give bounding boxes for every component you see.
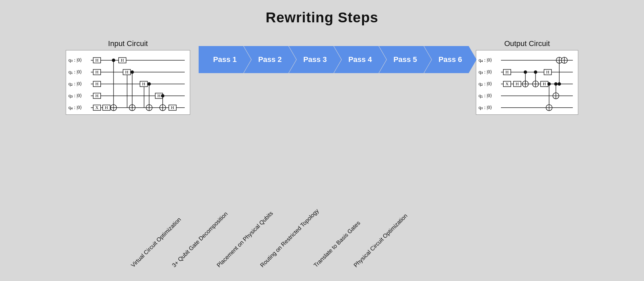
pass-arrow-4: Pass 4 xyxy=(334,46,386,73)
svg-text:q₁ : |0⟩: q₁ : |0⟩ xyxy=(479,93,492,98)
svg-text:H: H xyxy=(157,93,160,98)
svg-text:H: H xyxy=(171,105,174,110)
pass-label-6: Physical Circuit Optimization xyxy=(353,213,409,269)
svg-text:H: H xyxy=(95,69,98,74)
svg-point-94 xyxy=(558,82,561,86)
output-circuit-diagram: q₄ : |0⟩ q₃ : |0⟩ q₂ : |0⟩ q₁ : |0⟩ q₀ :… xyxy=(476,50,578,115)
svg-text:q₃ : |0⟩: q₃ : |0⟩ xyxy=(68,93,82,98)
main-title: Rewriting Steps xyxy=(0,0,644,26)
svg-text:q₁ : |0⟩: q₁ : |0⟩ xyxy=(68,69,82,74)
svg-text:q₀ : |0⟩: q₀ : |0⟩ xyxy=(479,105,492,110)
pass-arrow-3: Pass 3 xyxy=(289,46,341,73)
svg-text:H: H xyxy=(505,69,508,74)
svg-text:H: H xyxy=(543,81,546,86)
pass-label-4-wrap: Routing on Restricted Topology xyxy=(267,261,320,271)
svg-text:H: H xyxy=(516,81,519,86)
pass-label-6-wrap: Physical Circuit Optimization xyxy=(358,261,410,271)
svg-text:q₃ : |0⟩: q₃ : |0⟩ xyxy=(479,69,492,74)
svg-text:H: H xyxy=(95,58,98,63)
svg-text:H: H xyxy=(105,105,108,110)
pass-arrow-5: Pass 5 xyxy=(379,46,431,73)
input-circuit-diagram: q₀ : |0⟩ q₁ : |0⟩ q₂ : |0⟩ q₃ : |0⟩ q₄ :… xyxy=(66,50,190,115)
input-circuit-section: Input Circuit q₀ : |0⟩ q₁ : |0⟩ q₂ : |0⟩… xyxy=(66,39,190,115)
output-circuit-label: Output Circuit xyxy=(476,39,578,48)
svg-point-37 xyxy=(130,70,134,74)
svg-text:H: H xyxy=(121,58,124,63)
svg-text:q₄ : |0⟩: q₄ : |0⟩ xyxy=(479,58,492,63)
svg-text:q₂ : |0⟩: q₂ : |0⟩ xyxy=(479,81,492,86)
svg-text:H: H xyxy=(95,93,98,98)
pass-arrow-2: Pass 2 xyxy=(244,46,296,73)
svg-text:X: X xyxy=(505,81,509,86)
pass-arrow-1: Pass 1 xyxy=(199,46,251,73)
svg-text:q₄ : |0⟩: q₄ : |0⟩ xyxy=(68,105,82,110)
svg-text:q₀ : |0⟩: q₀ : |0⟩ xyxy=(68,58,82,63)
svg-point-46 xyxy=(147,82,151,86)
passes-section: Pass 1 Pass 2 Pass 3 Pass 4 Pass 5 Pass … xyxy=(199,39,469,73)
svg-text:H: H xyxy=(142,81,145,86)
output-circuit-section: Output Circuit q₄ : |0⟩ q₃ : |0⟩ q₂ : |0… xyxy=(476,39,578,115)
svg-point-84 xyxy=(524,70,527,74)
svg-text:H: H xyxy=(546,69,549,74)
input-circuit-label: Input Circuit xyxy=(66,39,190,48)
pass-label-5: Translate to Basis Gates xyxy=(313,220,362,269)
svg-text:H: H xyxy=(125,69,128,74)
pass-arrow-6: Pass 6 xyxy=(424,46,477,73)
arrows-row: Pass 1 Pass 2 Pass 3 Pass 4 Pass 5 Pass … xyxy=(199,46,469,73)
svg-text:q₂ : |0⟩: q₂ : |0⟩ xyxy=(68,81,82,86)
svg-text:X: X xyxy=(95,105,99,110)
svg-text:H: H xyxy=(95,81,98,86)
